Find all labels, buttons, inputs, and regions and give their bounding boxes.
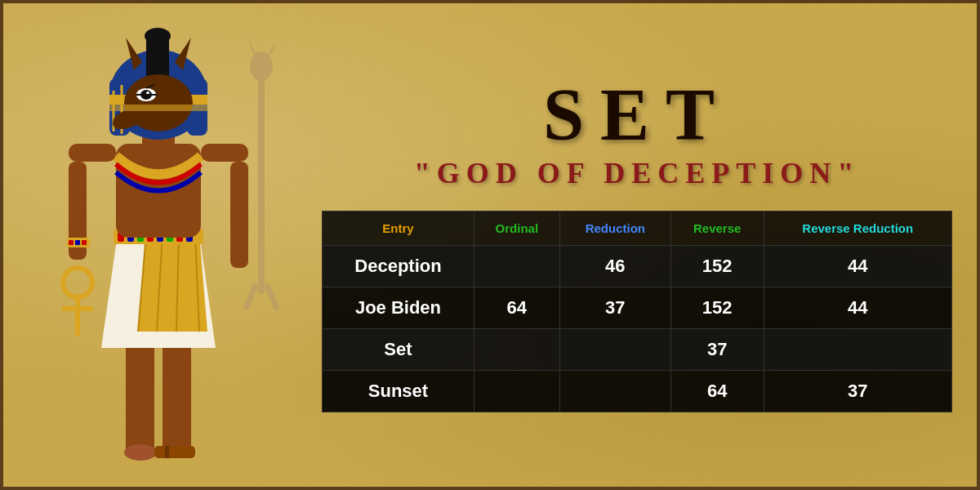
main-title: SET xyxy=(322,78,952,152)
svg-rect-28 xyxy=(75,240,80,245)
left-panel xyxy=(3,3,305,487)
svg-point-23 xyxy=(63,268,92,297)
cell-reduction xyxy=(559,328,670,370)
svg-point-2 xyxy=(124,444,157,461)
cell-reduction xyxy=(559,370,670,412)
col-header-reverse-reduction: Reverse Reduction xyxy=(764,211,951,245)
svg-rect-1 xyxy=(163,340,191,454)
table-row: Set37 xyxy=(323,328,952,370)
svg-line-35 xyxy=(268,287,276,307)
col-header-reverse: Reverse xyxy=(670,211,764,245)
svg-rect-51 xyxy=(109,105,207,111)
cell-ordinal xyxy=(474,370,559,412)
svg-point-33 xyxy=(250,51,273,81)
app-container: SET "GOD OF DECEPTION" Entry Ordinal Red… xyxy=(0,0,980,490)
col-header-reduction: Reduction xyxy=(559,211,670,245)
cell-reverse_reduction: 44 xyxy=(764,245,951,287)
svg-rect-3 xyxy=(154,446,195,458)
cell-entry: Sunset xyxy=(323,370,474,412)
cell-reduction: 46 xyxy=(559,245,670,287)
col-header-ordinal: Ordinal xyxy=(474,211,559,245)
right-panel: SET "GOD OF DECEPTION" Entry Ordinal Red… xyxy=(305,3,977,487)
svg-rect-31 xyxy=(230,162,248,268)
col-header-entry: Entry xyxy=(323,211,474,245)
svg-rect-21 xyxy=(69,144,116,162)
table-row: Joe Biden643715244 xyxy=(323,287,952,328)
cell-ordinal xyxy=(474,245,559,287)
cell-reverse: 64 xyxy=(670,370,764,412)
svg-line-34 xyxy=(247,287,255,307)
cell-reverse: 152 xyxy=(670,245,764,287)
cell-reverse: 37 xyxy=(670,328,764,370)
svg-rect-27 xyxy=(69,240,74,245)
cell-reverse: 152 xyxy=(670,287,764,328)
svg-rect-30 xyxy=(201,144,248,162)
svg-rect-29 xyxy=(82,240,87,245)
cell-entry: Deception xyxy=(323,245,474,287)
cell-reverse_reduction xyxy=(764,328,951,370)
egyptian-figure xyxy=(20,13,281,487)
cell-entry: Set xyxy=(323,328,474,370)
svg-rect-0 xyxy=(126,340,154,454)
cell-reduction: 37 xyxy=(559,287,670,328)
cell-reverse_reduction: 37 xyxy=(764,370,951,412)
cell-entry: Joe Biden xyxy=(323,287,474,328)
cell-reverse_reduction: 44 xyxy=(764,287,951,328)
cell-ordinal: 64 xyxy=(474,287,559,328)
table-row: Deception4615244 xyxy=(323,245,952,287)
subtitle: "GOD OF DECEPTION" xyxy=(322,156,952,190)
svg-point-44 xyxy=(145,28,171,44)
gematria-table: Entry Ordinal Reduction Reverse Reverse … xyxy=(322,211,952,412)
cell-ordinal xyxy=(474,328,559,370)
svg-rect-4 xyxy=(165,446,169,458)
table-row: Sunset6437 xyxy=(323,370,952,412)
